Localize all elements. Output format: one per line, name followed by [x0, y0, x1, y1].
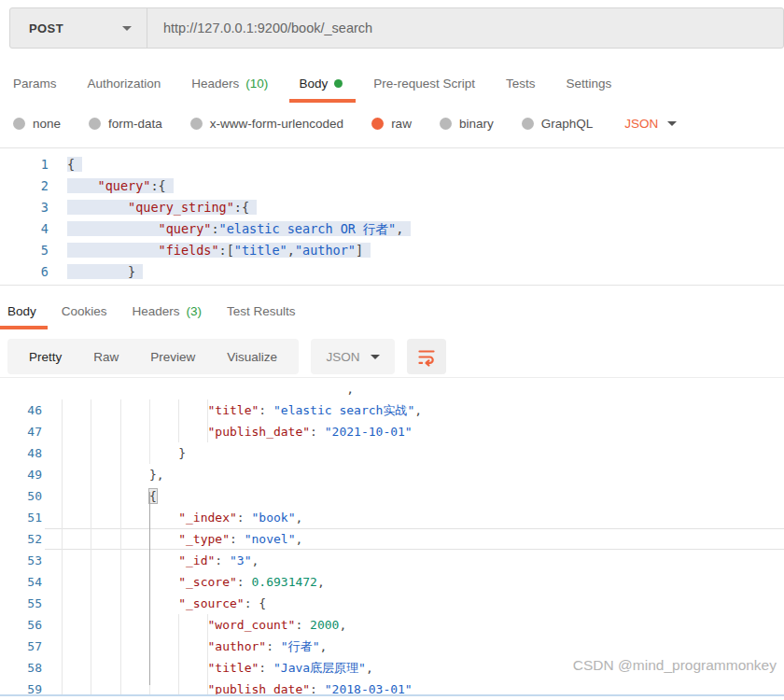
code-line: 51"_index": "book", [0, 507, 784, 528]
line-number: 58 [0, 657, 45, 679]
indent-guides [62, 421, 208, 442]
active-tab-underline [289, 99, 356, 103]
code-line: 59"publish_date": "2018-03-01" [0, 679, 784, 696]
line-number: 57 [0, 636, 45, 657]
response-tabs: Body Cookies Headers (3) Test Results [7, 292, 784, 330]
body-type-row: none form-data x-www-form-urlencoded raw… [13, 105, 784, 141]
indent-guides [62, 507, 178, 528]
indent-guides [62, 485, 149, 507]
line-number: 51 [0, 507, 45, 528]
request-body-editor[interactable]: 1{ 2 "query":{ 3 "query_string":{ 4 "que… [0, 147, 784, 286]
radio-binary[interactable]: binary [440, 117, 494, 131]
line-number: 2 [0, 175, 58, 197]
indent-guides [62, 679, 208, 696]
radio-graphql[interactable]: GraphQL [522, 117, 594, 131]
chevron-down-icon [667, 121, 677, 126]
tab-cookies[interactable]: Cookies [62, 295, 107, 328]
tab-pre-request-script[interactable]: Pre-request Script [373, 67, 475, 100]
radio-icon [89, 118, 101, 130]
code-line: 46"title": "elastic search实战", [0, 399, 784, 421]
response-toolbar: Pretty Raw Preview Visualize JSON [7, 339, 446, 374]
code-line: 3 "query_string":{ [0, 197, 784, 218]
tab-settings[interactable]: Settings [566, 67, 611, 100]
chevron-down-icon [122, 26, 132, 31]
tab-body[interactable]: Body [299, 67, 343, 100]
wrap-lines-button[interactable] [407, 339, 446, 374]
line-number: 59 [0, 679, 45, 696]
indent-guides [62, 442, 178, 464]
code-line: 55"_source": { [0, 593, 784, 614]
code-line: 1{ [0, 154, 784, 175]
line-number: 49 [0, 464, 45, 485]
radio-x-www-form-urlencoded[interactable]: x-www-form-urlencoded [190, 117, 343, 131]
body-language-dropdown[interactable]: JSON [624, 117, 677, 131]
indent-guides [62, 528, 178, 550]
active-tab-underline [0, 326, 48, 329]
code-line: 5 "fields":["title","author"] [0, 240, 784, 261]
headers-count-badge: (10) [245, 77, 268, 91]
line-number: 53 [0, 550, 45, 571]
url-text: http://127.0.0.1:9200/book/_search [163, 21, 372, 35]
radio-none[interactable]: none [13, 117, 61, 131]
code-line: 2 "query":{ [0, 175, 784, 197]
indent-guides [62, 550, 178, 571]
line-number: 6 [0, 261, 58, 283]
indent-guides [62, 636, 208, 657]
body-modified-dot [334, 79, 343, 88]
request-tabs: Params Authorization Headers (10) Body P… [13, 63, 784, 103]
line-number: 1 [0, 154, 58, 175]
code-line: 47"publish_date": "2021-10-01" [0, 421, 784, 442]
code-line: 54"_score": 0.6931472, [0, 571, 784, 593]
indent-guides [62, 614, 208, 636]
view-raw[interactable]: Raw [77, 350, 134, 364]
tab-response-headers[interactable]: Headers (3) [133, 295, 203, 328]
code-line: 6 } [0, 261, 784, 283]
tab-test-results[interactable]: Test Results [227, 295, 296, 328]
response-body-viewer[interactable]: ,46"title": "elastic search实战",47"publis… [0, 377, 784, 696]
line-number: 55 [0, 593, 45, 614]
tab-response-body[interactable]: Body [7, 295, 36, 328]
code-line: 56"word_count": 2000, [0, 614, 784, 636]
response-language-dropdown[interactable]: JSON [311, 339, 395, 374]
radio-form-data[interactable]: form-data [89, 117, 162, 131]
radio-selected-icon [371, 118, 384, 130]
method-dropdown[interactable]: POST [10, 8, 147, 48]
code-line: 57"author": "行者", [0, 636, 784, 657]
response-headers-count-badge: (3) [187, 304, 203, 318]
indent-guides [62, 399, 208, 421]
view-preview[interactable]: Preview [134, 350, 211, 364]
watermark: CSDN @mind_programmonkey [573, 657, 777, 674]
radio-icon [522, 118, 534, 130]
view-mode-segmented-control: Pretty Raw Preview Visualize [7, 339, 299, 374]
tab-tests[interactable]: Tests [506, 67, 536, 100]
radio-icon [190, 118, 203, 130]
radio-raw[interactable]: raw [371, 117, 412, 131]
indent-guides [62, 571, 178, 593]
indent-guides [62, 464, 149, 485]
radio-icon [440, 118, 452, 130]
tab-headers[interactable]: Headers (10) [191, 67, 268, 100]
radio-icon [13, 118, 25, 130]
code-line: 52"_type": "novel", [0, 528, 784, 550]
postman-app: POST http://127.0.0.1:9200/book/_search … [0, 0, 784, 700]
code-line: , [0, 378, 784, 399]
line-number: 56 [0, 614, 45, 636]
method-label: POST [29, 21, 63, 35]
url-input[interactable]: http://127.0.0.1:9200/book/_search [147, 8, 783, 48]
code-line: 50{ [0, 485, 784, 507]
tab-authorization[interactable]: Authorization [88, 67, 161, 100]
view-visualize[interactable]: Visualize [211, 350, 293, 364]
chevron-down-icon [371, 355, 380, 359]
line-number: 4 [0, 218, 58, 240]
view-pretty[interactable]: Pretty [13, 350, 77, 364]
request-url-bar: POST http://127.0.0.1:9200/book/_search [9, 7, 784, 49]
active-indent-guide [149, 492, 150, 685]
line-number: 54 [0, 571, 45, 593]
word-wrap-icon [416, 346, 437, 367]
line-number: 3 [0, 197, 58, 218]
indent-guides [62, 593, 178, 614]
code-line: 53"_id": "3", [0, 550, 784, 571]
tab-params[interactable]: Params [13, 67, 57, 100]
code-line: 4 "query":"elastic search OR 行者", [0, 218, 784, 240]
line-number: 52 [0, 528, 45, 550]
